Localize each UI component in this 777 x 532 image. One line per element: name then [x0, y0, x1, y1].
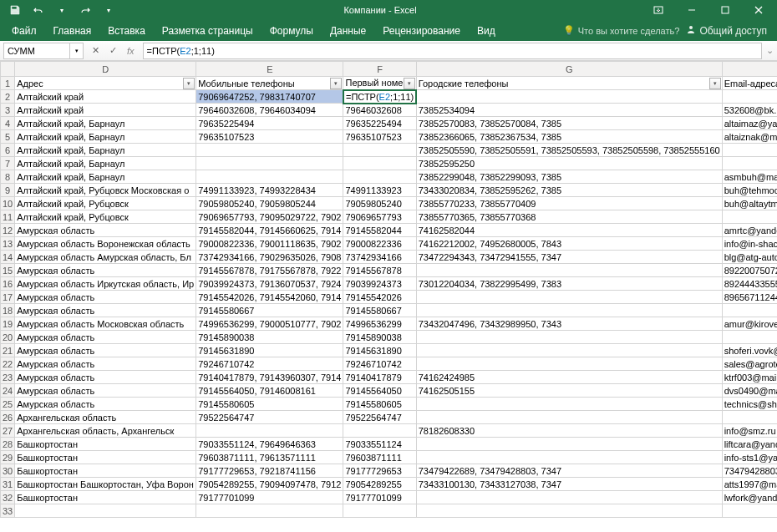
cell[interactable]: 79145567878: [343, 264, 416, 277]
col-header-h[interactable]: H: [722, 62, 777, 77]
tab-formulas[interactable]: Формулы: [262, 20, 322, 41]
cell[interactable]: 73479428803@mail.ru, 7347942988, 781: [722, 464, 777, 478]
cell[interactable]: 79145631890: [343, 344, 416, 357]
cell[interactable]: 79000822336: [343, 237, 416, 251]
cell[interactable]: [722, 411, 777, 424]
cell[interactable]: dvs0490@mail.ru: [722, 384, 777, 398]
cell[interactable]: Амурская область Воронежская область: [15, 237, 196, 251]
enter-formula-icon[interactable]: ✓: [109, 45, 117, 56]
cell[interactable]: Алтайский край: [15, 90, 196, 104]
cell[interactable]: Алтайский край, Рубцовск Московская о: [15, 184, 196, 197]
cell[interactable]: =ПСТР(E2;1;11): [343, 90, 416, 104]
row-header[interactable]: 13: [1, 237, 15, 251]
cell[interactable]: [343, 144, 416, 157]
cell[interactable]: [196, 144, 343, 157]
cell[interactable]: Амурская область Иркутская область, Ир: [15, 277, 196, 291]
maximize-button[interactable]: [710, 0, 740, 20]
row-header[interactable]: 9: [1, 184, 15, 197]
cell[interactable]: 73852595250: [416, 157, 722, 170]
cell[interactable]: 79000822336, 79001118635, 7902: [196, 237, 343, 251]
cell[interactable]: 79145564050, 79146008161: [196, 384, 343, 398]
cell[interactable]: 79039924373, 79136070537, 7924: [196, 277, 343, 291]
cell[interactable]: ktrf003@mail.ru, ktrf005@bk.ru, vts001: [722, 371, 777, 384]
cell[interactable]: altaimaz@yandex.ru, ooоaba@y https://: [722, 117, 777, 130]
tab-data[interactable]: Данные: [322, 20, 374, 41]
cell[interactable]: 79145890038: [196, 331, 343, 344]
name-box[interactable]: СУММ: [3, 43, 70, 59]
cell[interactable]: 79646032608: [343, 104, 416, 117]
cell[interactable]: 79145580667: [343, 304, 416, 317]
cell[interactable]: [196, 170, 343, 184]
cell[interactable]: 79522564747: [196, 411, 343, 424]
cell[interactable]: info-sts1@ya.ru, info-sts1@yandex.ru,: [722, 451, 777, 464]
cell[interactable]: 79635225494: [343, 117, 416, 130]
cell[interactable]: [722, 157, 777, 170]
tab-insert[interactable]: Вставка: [99, 20, 154, 41]
cell[interactable]: Амурская область: [15, 344, 196, 357]
cell[interactable]: [722, 210, 777, 224]
cell[interactable]: 79145564050: [343, 384, 416, 398]
cell[interactable]: 74162505155: [416, 384, 722, 398]
cell[interactable]: [196, 424, 343, 438]
cell[interactable]: 89220075072@bost-rus.ru, zakaz@bost-: [722, 264, 777, 277]
cell[interactable]: buh@altaytms.ru, dir@altaytms.ru, info: [722, 197, 777, 210]
cell[interactable]: [416, 264, 722, 277]
cell[interactable]: 73479422689, 73479428803, 7347: [416, 464, 722, 478]
row-header[interactable]: 16: [1, 277, 15, 291]
filter-icon[interactable]: ▾: [330, 78, 342, 89]
row-header[interactable]: 12: [1, 224, 15, 237]
cell[interactable]: 79646032608, 79646034094: [196, 104, 343, 117]
cell[interactable]: 79054289255: [343, 478, 416, 491]
cell[interactable]: [343, 170, 416, 184]
cell[interactable]: 79145890038: [343, 331, 416, 344]
cell[interactable]: 74996536299: [343, 317, 416, 331]
row-header[interactable]: 15: [1, 264, 15, 277]
cell[interactable]: 73012204034, 73822995499, 7383: [416, 277, 722, 291]
row-header[interactable]: 23: [1, 371, 15, 384]
cell[interactable]: 73472294343, 73472941555, 7347: [416, 251, 722, 264]
cell[interactable]: Алтайский край, Рубцовск: [15, 210, 196, 224]
tab-page-layout[interactable]: Разметка страницы: [154, 20, 262, 41]
cell[interactable]: [416, 438, 722, 451]
row-header[interactable]: 21: [1, 344, 15, 357]
cell[interactable]: 73432047496, 73432989950, 7343: [416, 317, 722, 331]
cell[interactable]: Башкортостан: [15, 451, 196, 464]
cell[interactable]: 89656711244@mail.ru, abrom74@mail.: [722, 291, 777, 304]
cell[interactable]: Алтайский край, Барнаул: [15, 170, 196, 184]
cell[interactable]: [722, 144, 777, 157]
cell[interactable]: 79145580605: [343, 398, 416, 411]
cell[interactable]: 73855770233, 73855770409: [416, 197, 722, 210]
cell[interactable]: [722, 504, 777, 518]
cell[interactable]: amrtc@yandex.ru: [722, 224, 777, 237]
cell[interactable]: [416, 344, 722, 357]
cell[interactable]: Амурская область Амурская область, Бл: [15, 251, 196, 264]
cell[interactable]: 74162212002, 74952680005, 7843: [416, 237, 722, 251]
tab-view[interactable]: Вид: [469, 20, 504, 41]
row-header[interactable]: 4: [1, 117, 15, 130]
header-cell[interactable]: Email-адреса▾: [722, 77, 777, 90]
spreadsheet-grid[interactable]: D E F G H 1 Адрес▾ Мобильные телефоны▾ П…: [0, 61, 777, 518]
cell[interactable]: Амурская область: [15, 384, 196, 398]
cell[interactable]: 79603871111: [343, 451, 416, 464]
cell[interactable]: 79145582044, 79145660625, 7914: [196, 224, 343, 237]
header-cell[interactable]: Городские телефоны▾: [416, 77, 722, 90]
cell[interactable]: [416, 504, 722, 518]
filter-icon[interactable]: ▾: [404, 78, 415, 89]
cell[interactable]: 79177729653: [343, 464, 416, 478]
formula-bar[interactable]: =ПСТР(E2;1;11): [143, 43, 762, 59]
row-header[interactable]: 24: [1, 384, 15, 398]
header-cell[interactable]: Первый номер▾: [343, 77, 416, 90]
cell[interactable]: amur@kirovets-fpk.ru, amur@u https://: [722, 317, 777, 331]
cell[interactable]: [416, 90, 722, 104]
cell[interactable]: 73852299048, 73852299093, 7385: [416, 170, 722, 184]
cell[interactable]: 79246710742: [343, 357, 416, 371]
cell[interactable]: liftcara@yandex.ru: [722, 438, 777, 451]
cell[interactable]: [722, 90, 777, 104]
cell[interactable]: [343, 504, 416, 518]
cell[interactable]: [343, 424, 416, 438]
share-button[interactable]: Общий доступ: [686, 24, 767, 37]
cell[interactable]: Амурская область Московская область: [15, 317, 196, 331]
tab-file[interactable]: Файл: [3, 20, 45, 41]
ribbon-display-options-icon[interactable]: [643, 0, 673, 20]
row-header[interactable]: 26: [1, 411, 15, 424]
